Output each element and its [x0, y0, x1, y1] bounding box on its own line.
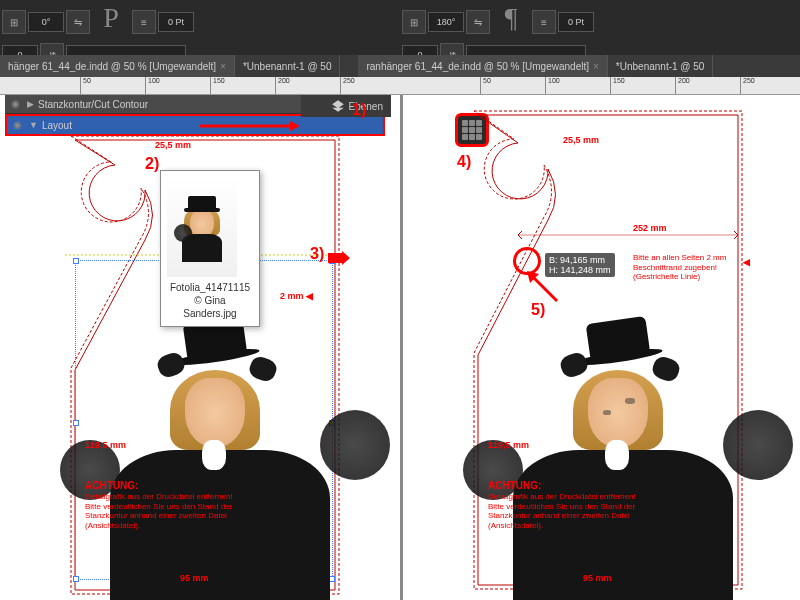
warning-text-2: ACHTUNG: Detailgrafik aus der Druckdatei…: [488, 480, 688, 530]
layers-panel: ◉ ▶ Stanzkontur/Cut Contour ◉ ▼ Layout E…: [5, 95, 385, 136]
anchor-widget[interactable]: ⊞: [2, 10, 26, 34]
dim-top-2: 25,5 mm: [563, 135, 599, 145]
flip-h-icon-2[interactable]: ⇋: [466, 10, 490, 34]
layer-row-layout[interactable]: ◉ ▼ Layout: [5, 114, 385, 136]
dim-width-2: 252 mm: [633, 223, 667, 233]
anchor-widget-2[interactable]: ⊞: [402, 10, 426, 34]
dim-marker-right: ◀: [743, 257, 750, 267]
placed-image-2[interactable]: [473, 320, 753, 600]
place-file-preview[interactable]: Fotolia_41471115 © Gina Sanders.jpg: [160, 170, 260, 327]
dim-height: 119,5 mm: [85, 440, 126, 450]
chevron-down-icon[interactable]: ▼: [29, 120, 38, 130]
svg-line-9: [533, 277, 557, 301]
dim-height-2: 119,5 mm: [488, 440, 529, 450]
tab-doc-1[interactable]: hänger 61_44_de.indd @ 50 % [Umgewandelt…: [0, 55, 235, 77]
tab-doc-3[interactable]: ranhänger 61_44_de.indd @ 50 % [Umgewand…: [358, 55, 607, 77]
thumbnail-image: [167, 177, 237, 277]
ruler-horizontal-right: 50 100 150 200 250: [400, 77, 800, 95]
annotation-5: 5): [531, 301, 545, 319]
close-icon-2[interactable]: ×: [593, 61, 599, 72]
paragraph-style-icon: P: [91, 2, 131, 42]
align-icon-2[interactable]: ≡: [532, 10, 556, 34]
placed-image[interactable]: [70, 320, 350, 600]
svg-line-6: [518, 235, 522, 239]
visibility-icon-2[interactable]: ◉: [13, 119, 25, 131]
thumbnail-filename: Fotolia_41471115 © Gina Sanders.jpg: [167, 281, 253, 320]
tab-doc-2[interactable]: *Unbenannt-1 @ 50: [235, 55, 341, 77]
warning-text: ACHTUNG: Detailgrafik aus der Druckdatei…: [85, 480, 285, 530]
arrow-5: [527, 271, 561, 305]
document-tabs: hänger 61_44_de.indd @ 50 % [Umgewandelt…: [0, 55, 800, 77]
arrow-1: [200, 119, 300, 133]
ruler-horizontal-left: 50 100 150 200 250: [0, 77, 400, 95]
annotation-1: 1): [352, 101, 366, 119]
bleed-text: Bitte an allen Seiten 2 mm Beschnittrand…: [633, 253, 753, 282]
svg-marker-1: [290, 121, 300, 131]
svg-line-5: [518, 231, 522, 235]
svg-line-8: [734, 235, 738, 239]
dim-bottom: 95 mm: [180, 573, 209, 583]
chevron-right-icon[interactable]: ▶: [27, 99, 34, 109]
paragraph-marker-icon: ¶: [491, 2, 531, 42]
close-icon[interactable]: ×: [220, 61, 226, 72]
layer-name-2: Layout: [42, 120, 72, 131]
document-view-left[interactable]: ◉ ▶ Stanzkontur/Cut Contour ◉ ▼ Layout E…: [0, 95, 400, 600]
align-icon[interactable]: ≡: [132, 10, 156, 34]
pt-input[interactable]: [158, 12, 194, 32]
rotation-input[interactable]: [28, 12, 64, 32]
control-panel: ⊞ ⇋ P ≡ ⇵ ⊞ ⇋ ¶ ≡ ⇵: [0, 0, 800, 55]
pt-input-2[interactable]: [558, 12, 594, 32]
layers-icon: [331, 99, 345, 113]
arrow-3: [328, 251, 350, 265]
annotation-2: 2): [145, 155, 159, 173]
svg-line-7: [734, 231, 738, 235]
svg-marker-3: [328, 251, 350, 265]
document-view-right[interactable]: 4) 25,5 mm 252 mm B: 94,165 mm H: 141,24…: [400, 95, 800, 600]
rotation-input-2[interactable]: [428, 12, 464, 32]
annotation-3: 3): [310, 245, 324, 263]
tab-doc-4[interactable]: *Unbenannt-1 @ 50: [608, 55, 714, 77]
annotation-4: 4): [457, 153, 471, 171]
dim-bottom-2: 95 mm: [583, 573, 612, 583]
dim-top: 25,5 mm: [155, 140, 191, 150]
panel-tab[interactable]: Ebenen: [301, 95, 391, 117]
flip-h-icon[interactable]: ⇋: [66, 10, 90, 34]
visibility-icon[interactable]: ◉: [11, 98, 23, 110]
layer-name: Stanzkontur/Cut Contour: [38, 99, 148, 110]
